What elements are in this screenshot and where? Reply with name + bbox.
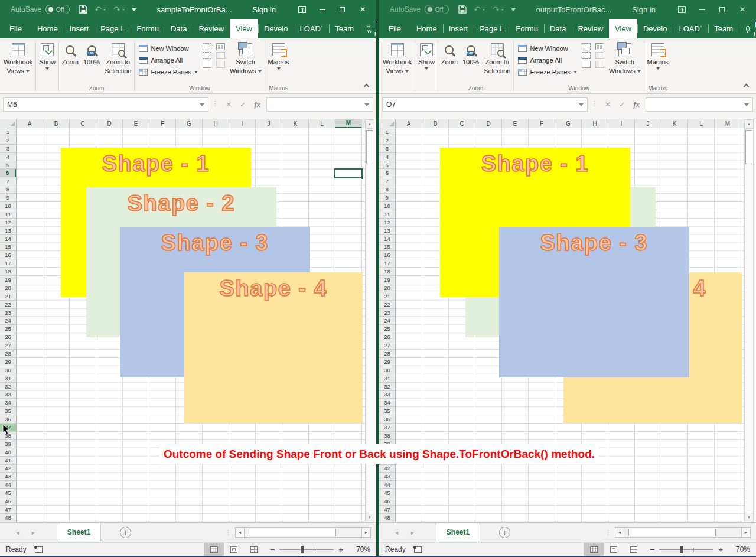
- row-header-22[interactable]: 22: [0, 301, 16, 309]
- formula-input[interactable]: [646, 97, 753, 112]
- tell-me-button[interactable]: Tell me: [360, 19, 376, 38]
- reset-window-position-button[interactable]: [595, 61, 604, 68]
- column-header-g[interactable]: G: [176, 119, 203, 128]
- horizontal-scroll-track[interactable]: [624, 527, 741, 538]
- tab-data[interactable]: Data: [165, 19, 193, 38]
- row-header-7[interactable]: 7: [0, 177, 16, 185]
- scroll-down-button[interactable]: ▼: [745, 513, 753, 522]
- row-header-14[interactable]: 14: [379, 235, 395, 243]
- row-header-45[interactable]: 45: [0, 489, 16, 497]
- row-header-25[interactable]: 25: [0, 325, 16, 333]
- zoom-in-button[interactable]: +: [718, 545, 723, 554]
- row-header-2[interactable]: 2: [0, 136, 16, 145]
- row-header-6[interactable]: 6: [379, 169, 395, 177]
- tab-view[interactable]: View: [609, 19, 637, 38]
- zoom-out-button[interactable]: −: [650, 545, 654, 554]
- row-header-20[interactable]: 20: [0, 284, 16, 292]
- row-header-3[interactable]: 3: [379, 145, 395, 153]
- shape-4[interactable]: Shape - 4: [184, 272, 363, 423]
- view-page-layout-button[interactable]: [224, 543, 244, 556]
- row-header-43[interactable]: 43: [379, 473, 395, 481]
- row-header-8[interactable]: 8: [379, 185, 395, 194]
- cancel-entry-button[interactable]: ✕: [226, 100, 232, 109]
- row-header-23[interactable]: 23: [0, 309, 16, 317]
- column-header-k[interactable]: K: [662, 119, 688, 128]
- row-header-17[interactable]: 17: [0, 259, 16, 268]
- select-all-corner[interactable]: [379, 119, 396, 128]
- zoom-slider[interactable]: [659, 545, 713, 553]
- insert-function-button[interactable]: fx: [633, 100, 640, 109]
- maximize-button[interactable]: [712, 0, 732, 19]
- column-header-i[interactable]: I: [229, 119, 256, 128]
- chevron-down-icon[interactable]: [200, 103, 204, 106]
- column-header-c[interactable]: C: [449, 119, 475, 128]
- horizontal-scrollbar[interactable]: ◄ ►: [615, 527, 751, 538]
- macros-button[interactable]: Macros: [645, 41, 671, 70]
- row-header-29[interactable]: 29: [379, 358, 395, 366]
- row-header-35[interactable]: 35: [379, 407, 395, 415]
- maximize-button[interactable]: [333, 0, 353, 19]
- macro-record-icon[interactable]: [414, 546, 422, 553]
- workbook-views-button[interactable]: Workbook Views: [380, 41, 414, 75]
- split-button[interactable]: [203, 43, 211, 50]
- new-window-button[interactable]: New Window: [139, 43, 197, 54]
- row-header-10[interactable]: 10: [0, 202, 16, 210]
- row-header-27[interactable]: 27: [379, 341, 395, 350]
- hide-button[interactable]: [582, 52, 591, 59]
- row-header-18[interactable]: 18: [0, 268, 16, 276]
- zoom-slider[interactable]: [279, 545, 334, 553]
- chevron-down-icon[interactable]: [744, 103, 749, 106]
- row-header-36[interactable]: 36: [0, 415, 16, 424]
- tab-home[interactable]: Home: [410, 19, 443, 38]
- row-header-22[interactable]: 22: [379, 301, 395, 309]
- column-header-f[interactable]: F: [529, 119, 555, 128]
- ribbon-display-options-button[interactable]: [672, 0, 692, 19]
- synchronous-scrolling-button[interactable]: [216, 52, 225, 59]
- row-header-1[interactable]: 1: [0, 128, 16, 136]
- arrange-all-button[interactable]: Arrange All: [139, 54, 197, 66]
- tab-develo[interactable]: Develo: [637, 19, 673, 38]
- row-header-31[interactable]: 31: [379, 374, 395, 383]
- row-header-36[interactable]: 36: [379, 415, 395, 424]
- freeze-panes-button[interactable]: Freeze Panes: [139, 66, 197, 78]
- row-header-16[interactable]: 16: [379, 251, 395, 259]
- tab-insert[interactable]: Insert: [443, 19, 474, 38]
- insert-function-button[interactable]: fx: [254, 100, 260, 109]
- row-header-17[interactable]: 17: [379, 259, 395, 268]
- zoom-button[interactable]: Zoom: [439, 41, 460, 66]
- scroll-down-button[interactable]: ▼: [366, 513, 374, 522]
- row-header-46[interactable]: 46: [0, 497, 16, 506]
- tab-file[interactable]: File: [0, 19, 31, 38]
- row-header-31[interactable]: 31: [0, 374, 16, 383]
- view-side-by-side-button[interactable]: [595, 43, 604, 50]
- column-header-h[interactable]: H: [582, 119, 608, 128]
- row-header-47[interactable]: 47: [379, 506, 395, 514]
- row-header-30[interactable]: 30: [0, 366, 16, 374]
- show-button[interactable]: Show: [37, 41, 58, 70]
- sheet-tab-sheet1[interactable]: Sheet1: [57, 523, 101, 543]
- zoom-percent[interactable]: 70%: [350, 545, 370, 553]
- column-header-d[interactable]: D: [96, 119, 123, 128]
- row-header-10[interactable]: 10: [379, 202, 395, 210]
- macro-record-icon[interactable]: [35, 546, 43, 553]
- row-header-11[interactable]: 11: [379, 210, 395, 219]
- split-button[interactable]: [582, 43, 591, 50]
- row-header-34[interactable]: 34: [0, 399, 16, 407]
- zoom-slider-thumb[interactable]: [301, 546, 304, 553]
- row-header-1[interactable]: 1: [379, 128, 395, 136]
- row-header-27[interactable]: 27: [0, 341, 16, 350]
- save-button[interactable]: [458, 5, 467, 14]
- zoom-button[interactable]: Zoom: [60, 41, 81, 66]
- undo-button[interactable]: ↶: [474, 5, 485, 14]
- minimize-button[interactable]: [312, 0, 333, 19]
- row-header-46[interactable]: 46: [379, 497, 395, 506]
- zoom-100-button[interactable]: 100 100%: [460, 41, 481, 66]
- horizontal-scroll-thumb[interactable]: [249, 529, 336, 536]
- select-all-corner[interactable]: [0, 119, 17, 128]
- view-page-break-button[interactable]: [244, 543, 264, 556]
- row-header-19[interactable]: 19: [379, 276, 395, 284]
- row-header-45[interactable]: 45: [379, 489, 395, 497]
- column-header-i[interactable]: I: [608, 119, 635, 128]
- freeze-panes-button[interactable]: Freeze Panes: [518, 66, 576, 78]
- row-header-18[interactable]: 18: [379, 268, 395, 276]
